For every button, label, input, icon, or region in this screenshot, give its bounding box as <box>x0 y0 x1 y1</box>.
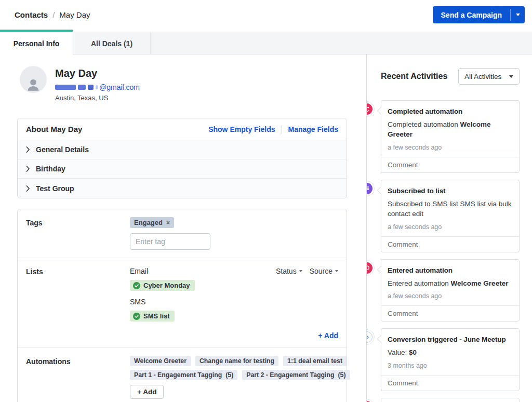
send-campaign-dropdown-toggle[interactable] <box>511 6 525 23</box>
recent-activities-panel: Recent Activities All Activities <box>366 55 532 402</box>
contact-info-column: May Day @gmail.com Austin, Texas, US Abo… <box>0 55 366 402</box>
list-item-sms-list[interactable]: SMS list <box>130 311 175 321</box>
activity-timestamp: 3 months ago <box>388 362 513 369</box>
activity-text: Value: <box>388 349 409 356</box>
details-panel: Tags Engaged × Lists Status <box>17 209 347 402</box>
chevron-right-icon <box>26 166 30 172</box>
email-domain: @gmail.com <box>99 83 140 91</box>
activity-title: Conversion triggered - June Meetup <box>388 336 513 343</box>
check-circle-icon <box>133 313 140 320</box>
tab-bar: Personal Info All Deals (1) <box>0 30 532 55</box>
show-empty-fields-link[interactable]: Show Empty Fields <box>208 125 275 133</box>
activities-filter-value: All Activities <box>464 73 501 81</box>
tags-section: Tags Engaged × <box>18 209 347 258</box>
link-divider <box>282 125 282 133</box>
chevron-down-icon <box>299 270 302 272</box>
automation-part1-engagement[interactable]: Part 1 - Engagement Tagging (5) <box>130 370 237 380</box>
lists-label: Lists <box>26 266 130 340</box>
add-automation-button[interactable]: + Add <box>130 385 164 399</box>
activity-text: Completed automation <box>388 120 460 128</box>
activity-card-completed-automation: Completed automation Completed automatio… <box>381 398 520 402</box>
timeline-node <box>366 101 375 117</box>
activity-card-completed-automation: Completed automation Completed automatio… <box>381 100 520 173</box>
chevron-down-icon <box>509 75 513 78</box>
activity-card-body: Conversion triggered - June Meetup Value… <box>381 329 519 375</box>
activity-text-bold: Welcome Greeter <box>451 279 509 287</box>
redacted-email-segment <box>88 85 94 90</box>
activity-timestamp: a few seconds ago <box>388 144 513 151</box>
comment-button[interactable]: Comment <box>381 375 519 391</box>
redacted-email-segment <box>78 85 86 90</box>
automation-name: Part 1 - Engagement Tagging <box>134 371 222 379</box>
comment-button[interactable]: Comment <box>381 236 519 252</box>
section-birthday[interactable]: Birthday <box>18 159 347 179</box>
tag-input[interactable] <box>130 233 210 250</box>
contact-name: May Day <box>55 67 140 79</box>
activity-timestamp: a few seconds ago <box>388 223 513 231</box>
list-filters: Status Source <box>276 267 338 275</box>
top-bar: Contacts / May Day Send a Campaign <box>0 0 532 30</box>
chevron-right-icon <box>26 146 30 153</box>
activity-text-bold: $0 <box>409 349 417 356</box>
comment-button[interactable]: Comment <box>381 157 519 172</box>
contact-identity: May Day @gmail.com Austin, Texas, US <box>55 66 140 102</box>
breadcrumb-current-contact: May Day <box>59 10 90 19</box>
send-campaign-button[interactable]: Send a Campaign <box>433 6 510 23</box>
activity-text: Subscribed to SMS list SMS list via bulk… <box>388 200 512 218</box>
list-name: SMS list <box>143 312 170 320</box>
automation-deal-email-test[interactable]: 1:1 deal email test <box>283 356 347 366</box>
breadcrumb: Contacts / May Day <box>15 10 90 19</box>
activities-filter-dropdown[interactable]: All Activities <box>458 68 520 85</box>
send-campaign-split-button: Send a Campaign <box>433 6 525 23</box>
automation-name: Part 2 - Engagement Tagging <box>246 371 334 379</box>
section-test-group[interactable]: Test Group <box>18 179 347 198</box>
automation-pill-row: Part 1 - Engagement Tagging (5) Part 2 -… <box>130 370 350 380</box>
list-item-cyber-monday[interactable]: Cyber Monday <box>130 280 195 291</box>
timeline-node <box>366 260 375 276</box>
remove-tag-icon[interactable]: × <box>166 219 170 226</box>
tab-personal-info[interactable]: Personal Info <box>0 30 73 55</box>
contact-header: May Day @gmail.com Austin, Texas, US <box>17 66 366 102</box>
automation-welcome-greeter[interactable]: Welcome Greeter <box>130 356 191 366</box>
activity-description: Completed automation Welcome Greeter <box>388 120 513 140</box>
automations-label: Automations <box>26 356 130 399</box>
automation-change-name[interactable]: Change name for testing <box>195 356 278 366</box>
activity-card-body: Completed automation Completed automatio… <box>381 101 519 157</box>
tag-engaged[interactable]: Engaged × <box>130 217 174 228</box>
activity-title: Entered automation <box>388 266 513 274</box>
tab-all-deals[interactable]: All Deals (1) <box>73 32 151 55</box>
automation-count: (5) <box>338 371 345 379</box>
chevron-right-icon <box>26 185 30 192</box>
lists-content: Status Source Email Cyber Monday <box>130 266 338 340</box>
tags-content: Engaged × <box>130 217 338 250</box>
redacted-email-segment <box>55 85 76 90</box>
section-general-details[interactable]: General Details <box>18 140 347 159</box>
contact-email[interactable]: @gmail.com <box>55 83 140 91</box>
activities-title: Recent Activities <box>381 72 447 81</box>
timeline-node <box>366 399 375 402</box>
automation-part2-engagement[interactable]: Part 2 - Engagement Tagging (5) <box>242 370 350 380</box>
status-filter-dropdown[interactable]: Status <box>276 267 302 275</box>
automation-pills: Welcome Greeter Change name for testing … <box>130 356 350 380</box>
manage-fields-link[interactable]: Manage Fields <box>288 125 338 133</box>
contact-location: Austin, Texas, US <box>55 94 140 102</box>
about-panel-header: About May Day Show Empty Fields Manage F… <box>18 118 347 140</box>
section-label: Birthday <box>36 165 65 173</box>
activity-card-subscribed-to-list: Subscribed to list Subscribed to SMS lis… <box>381 180 520 252</box>
breadcrumb-contacts-link[interactable]: Contacts <box>15 10 48 19</box>
comment-button[interactable]: Comment <box>381 305 519 321</box>
activity-title: Subscribed to list <box>388 187 513 195</box>
lists-section: Lists Status Source Email <box>18 258 347 347</box>
automation-enter-icon <box>366 262 373 274</box>
about-panel-title: About May Day <box>26 125 82 133</box>
timeline-node <box>366 181 375 196</box>
person-icon <box>24 75 42 93</box>
add-list-link[interactable]: + Add <box>130 331 338 340</box>
list-name: Cyber Monday <box>143 282 190 289</box>
source-filter-dropdown[interactable]: Source <box>310 267 338 275</box>
tab-bar-filler <box>151 32 532 55</box>
tags-label: Tags <box>26 217 130 250</box>
activity-title: Completed automation <box>388 108 513 115</box>
about-panel-actions: Show Empty Fields Manage Fields <box>208 125 338 133</box>
conversion-target-icon <box>366 331 373 343</box>
